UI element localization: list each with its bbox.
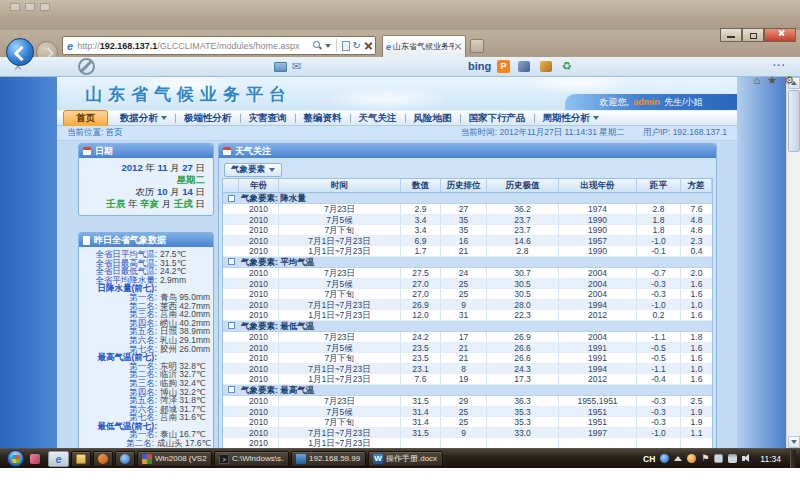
nav-item-6[interactable]: 风险地图 — [406, 111, 460, 126]
scroll-down-arrow-icon[interactable] — [788, 436, 800, 448]
taskbar-button[interactable]: >C:\Windows\s... — [214, 451, 289, 467]
taskbar-button[interactable] — [71, 451, 91, 467]
card-icon[interactable] — [274, 62, 287, 72]
expand-checkbox[interactable] — [228, 195, 235, 202]
table-row[interactable]: 20107月23日31.52936.31955,1951-0.32.5 — [223, 396, 712, 407]
search-icon[interactable] — [313, 41, 322, 50]
nav-item-1[interactable]: 数据分析 — [112, 111, 175, 126]
column-header[interactable]: 年份 — [239, 179, 279, 192]
table-row[interactable]: 20107月1日~7月23日23.1824.31994-1.11.0 — [223, 364, 712, 375]
nav-item-8[interactable]: 周期性分析 — [535, 111, 608, 126]
table-row[interactable]: 20101月1日~7月23日1.7212.81990-0.10.4 — [223, 246, 712, 257]
close-button[interactable] — [764, 28, 796, 42]
column-header[interactable]: 方差 — [681, 179, 712, 192]
back-button[interactable] — [6, 38, 34, 66]
nav-item-2[interactable]: 极端性分析 — [176, 111, 240, 126]
column-header[interactable]: 距平 — [637, 179, 681, 192]
taskbar-button[interactable]: Win2008 (VS2... — [137, 451, 212, 467]
settings-gear-icon[interactable]: ⚙ — [784, 74, 794, 86]
blocked-icon[interactable] — [78, 58, 95, 75]
table-row[interactable]: 20107月5候27.02530.52004-0.31.6 — [223, 279, 712, 290]
bing-logo[interactable]: bing — [468, 60, 491, 72]
table-row[interactable]: 20107月1日~7月23日6.91614.61957-1.02.3 — [223, 236, 712, 247]
row-gutter — [223, 204, 239, 214]
table-row[interactable]: 20107月下旬3.43523.719901.84.8 — [223, 225, 712, 236]
table-row[interactable]: 20107月23日24.21726.92004-1.11.8 — [223, 332, 712, 343]
tab-close-icon[interactable] — [454, 43, 462, 51]
hidden-icons-arrow[interactable] — [674, 456, 682, 461]
minimize-button[interactable] — [720, 28, 742, 42]
pinned-app-icon[interactable] — [30, 454, 40, 464]
quick-icon[interactable] — [25, 3, 35, 11]
recycle-icon[interactable]: ♻ — [562, 60, 572, 72]
language-indicator[interactable]: CH — [643, 454, 655, 464]
taskbar-button[interactable]: 192.168.59.99... — [291, 451, 366, 467]
scrollbar-thumb[interactable] — [788, 90, 800, 152]
nav-item-7[interactable]: 国家下行产品 — [461, 111, 534, 126]
taskbar-button[interactable] — [115, 451, 135, 467]
element-dropdown-button[interactable]: 气象要素 — [224, 163, 282, 177]
tray-app-icon[interactable] — [687, 454, 696, 463]
table-row[interactable]: 20107月23日27.52430.72004-0.72.0 — [223, 268, 712, 279]
table-row[interactable]: 20101月1日~7月23日7.61917.32012-0.41.6 — [223, 374, 712, 385]
table-row[interactable]: 20107月下旬27.02530.52004-0.31.6 — [223, 289, 712, 300]
nav-item-5[interactable]: 天气关注 — [351, 111, 405, 126]
show-desktop-button[interactable] — [790, 450, 796, 468]
address-bar[interactable]: e http://192.168.137.1/GLCCLIMATE/module… — [62, 36, 376, 55]
expand-checkbox[interactable] — [228, 258, 235, 265]
column-header[interactable]: 出现年份 — [559, 179, 637, 192]
refresh-icon[interactable]: ↻ — [353, 41, 361, 51]
table-row[interactable]: 20107月5候3.43523.719901.84.8 — [223, 215, 712, 226]
taskbar-button[interactable] — [93, 451, 113, 467]
browser-scrollbar[interactable] — [786, 77, 800, 448]
column-header[interactable]: 历史排位 — [441, 179, 487, 192]
toolbar-overflow-dots[interactable]: ··· — [773, 60, 786, 71]
stop-icon[interactable] — [364, 41, 373, 50]
p-badge-icon[interactable]: P — [497, 60, 510, 73]
addon-icon[interactable] — [518, 61, 530, 72]
network-globe-icon[interactable] — [660, 454, 669, 463]
quick-access-icons[interactable] — [10, 3, 50, 11]
column-header[interactable]: 历史极值 — [487, 179, 559, 192]
expand-checkbox[interactable] — [228, 386, 235, 393]
favorites-star-icon[interactable]: ★ — [767, 74, 777, 86]
table-row[interactable]: 20107月23日2.92736.219742.87.6 — [223, 204, 712, 215]
start-button[interactable] — [7, 450, 24, 467]
expand-checkbox[interactable] — [228, 322, 235, 329]
display-icon[interactable] — [714, 454, 723, 463]
nav-item-3[interactable]: 灾害查询 — [241, 111, 295, 126]
quick-icon[interactable] — [40, 3, 50, 11]
table-row[interactable]: 20107月下旬23.52126.61991-0.51.6 — [223, 353, 712, 364]
table-row[interactable]: 20107月下旬31.42535.31951-0.31.9 — [223, 417, 712, 428]
nav-item-4[interactable]: 整编资料 — [296, 111, 350, 126]
action-center-flag-icon[interactable]: ⚑ — [701, 454, 709, 463]
table-row[interactable]: 20101月1日~7月23日 — [223, 438, 712, 448]
table-row[interactable]: 20101月1日~7月23日12.03122.320120.21.6 — [223, 310, 712, 321]
url-text[interactable]: http://192.168.137.1/GLCCLIMATE/modules/… — [77, 41, 312, 51]
column-header[interactable]: 数值 — [401, 179, 441, 192]
browser-tab[interactable]: e 山东省气候业务平... — [382, 35, 466, 57]
mail-icon[interactable]: ✉ — [292, 60, 301, 73]
table-row[interactable]: 20107月5候31.42535.31951-0.31.9 — [223, 407, 712, 418]
nav-item-0[interactable]: 首页 — [63, 110, 108, 127]
address-dropdown-icon[interactable] — [325, 44, 331, 48]
table-row[interactable]: 20107月1日~7月23日31.5933.01997-1.01.1 — [223, 428, 712, 439]
clock[interactable]: 11:34 — [756, 454, 785, 464]
addon-icon[interactable] — [540, 61, 552, 72]
compatibility-icon[interactable] — [342, 41, 350, 51]
taskbar-button[interactable]: e — [48, 451, 69, 467]
table-row[interactable]: 20107月5候23.52126.61991-0.51.6 — [223, 343, 712, 354]
volume-icon[interactable] — [742, 454, 751, 463]
taskbar-button[interactable]: W操作手册.docx ... — [368, 451, 443, 467]
network-icon[interactable] — [728, 454, 737, 463]
group-header-row[interactable]: 气象要素: 平均气温 — [223, 257, 712, 268]
maximize-button[interactable] — [742, 28, 764, 42]
new-tab-button[interactable] — [470, 39, 484, 53]
group-header-row[interactable]: 气象要素: 最低气温 — [223, 321, 712, 332]
quick-icon[interactable] — [10, 3, 20, 11]
home-icon[interactable]: ⌂ — [754, 74, 761, 86]
group-header-row[interactable]: 气象要素: 最高气温 — [223, 385, 712, 396]
column-header[interactable]: 时间 — [279, 179, 401, 192]
table-row[interactable]: 20107月1日~7月23日26.9928.01994-1.01.0 — [223, 300, 712, 311]
group-header-row[interactable]: 气象要素: 降水量 — [223, 193, 712, 204]
